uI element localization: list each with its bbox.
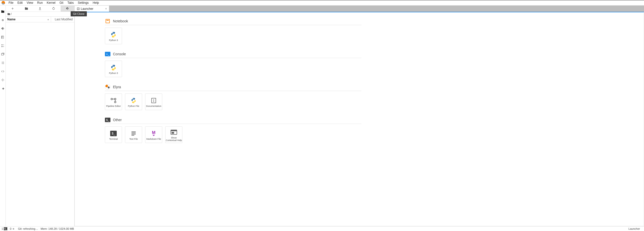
file-list-header: Name ▲ Last Modified <box>6 17 74 22</box>
status-kernels[interactable]: 0 <box>10 227 15 230</box>
svg-point-24 <box>13 228 14 229</box>
open-tabs-icon[interactable] <box>0 51 6 58</box>
property-inspector-icon[interactable] <box>0 17 6 24</box>
svg-point-5 <box>2 79 4 81</box>
doc-icon <box>150 97 157 104</box>
launcher-section-elyra: ElyraPipeline EditorPython FileDocumenta… <box>105 84 361 110</box>
launcher-tab-icon <box>77 7 80 10</box>
contextual-icon <box>170 129 177 136</box>
svg-point-2 <box>2 44 3 45</box>
text-icon <box>130 130 137 137</box>
status-git[interactable]: Git: refreshing… <box>18 227 38 230</box>
toc-icon[interactable] <box>0 59 6 66</box>
status-mode: Launcher <box>628 227 640 230</box>
launcher-section-console: >_ConsolePython 3 <box>105 51 361 77</box>
activity-bar <box>0 6 6 226</box>
notebook-section-icon <box>105 18 110 24</box>
menu-bar: FileEditViewRunKernelGitTabsSettingsHelp <box>0 0 644 6</box>
menu-file[interactable]: File <box>7 1 15 5</box>
new-folder-button[interactable] <box>19 6 33 12</box>
card-label: Python 3 <box>109 39 118 42</box>
column-modified[interactable]: Last Modified <box>51 17 74 22</box>
launcher-section-notebook: NotebookPython 3 <box>105 18 361 44</box>
notebook-tools-icon[interactable] <box>0 34 6 41</box>
card-label: Python 3 <box>109 72 118 75</box>
file-list[interactable] <box>6 22 74 226</box>
card-label: Pipeline Editor <box>106 105 121 108</box>
extension-manager-icon[interactable] <box>0 85 6 92</box>
card-label: Markdown File <box>146 138 161 141</box>
menu-kernel[interactable]: Kernel <box>45 1 58 5</box>
svg-rect-22 <box>172 132 174 134</box>
launcher-card-markdown-file[interactable]: MMarkdown File <box>145 126 162 143</box>
notebook-section-title: Notebook <box>113 19 128 23</box>
sort-ascending-icon: ▲ <box>47 18 49 21</box>
menu-git[interactable]: Git <box>58 1 65 5</box>
svg-point-17 <box>153 99 154 100</box>
filebrowser-tab-icon[interactable] <box>0 8 6 15</box>
launcher-card-text-file[interactable]: Text File <box>125 126 142 143</box>
svg-point-1 <box>3 20 3 20</box>
launcher-card-documentation[interactable]: Documentation <box>145 94 162 110</box>
menu-tabs[interactable]: Tabs <box>65 1 76 5</box>
card-label: Text File <box>129 138 138 141</box>
code-snippets-icon[interactable] <box>0 68 6 75</box>
status-terminals[interactable]: 1 $_ <box>2 227 7 230</box>
pythonfile-icon <box>130 97 137 104</box>
card-label: Show Contextual Help <box>166 137 182 142</box>
python-icon <box>110 31 117 38</box>
card-label: Documentation <box>146 105 162 108</box>
python-icon <box>110 64 117 71</box>
menu-settings[interactable]: Settings <box>76 1 91 5</box>
terminal-icon: $_ <box>110 130 117 137</box>
svg-point-15 <box>114 101 116 103</box>
launcher-card-python-3[interactable]: Python 3 <box>105 28 122 44</box>
svg-point-3 <box>2 46 3 47</box>
pipeline-components-icon[interactable] <box>0 76 6 83</box>
other-section-icon: $_ <box>105 117 110 123</box>
console-section-title: Console <box>113 52 126 56</box>
menu-run[interactable]: Run <box>35 1 45 5</box>
tab-launcher[interactable]: Launcher × <box>74 6 109 12</box>
svg-rect-11 <box>106 19 110 23</box>
menu-edit[interactable]: Edit <box>15 1 25 5</box>
svg-rect-4 <box>2 54 4 55</box>
elyra-section-title: Elyra <box>113 85 121 89</box>
breadcrumb[interactable]: / <box>6 12 74 17</box>
svg-rect-18 <box>153 100 154 102</box>
tab-title: Launcher <box>81 7 93 11</box>
console-section-icon: >_ <box>105 51 110 57</box>
markdown-icon: M <box>150 130 157 137</box>
status-bar: 1 $_ 0 Git: refreshing… Mem: 148.28 / 10… <box>0 226 644 231</box>
breadcrumb-path: / <box>11 12 12 16</box>
other-section-title: Other <box>113 118 122 122</box>
launcher-body: NotebookPython 3>_ConsolePython 3ElyraPi… <box>74 12 644 226</box>
menu-help[interactable]: Help <box>91 1 101 5</box>
launcher-card-pipeline-editor[interactable]: Pipeline Editor <box>105 94 122 110</box>
launcher-card-terminal[interactable]: $_Terminal <box>105 126 122 143</box>
svg-point-9 <box>4 80 4 80</box>
git-clone-button[interactable] <box>61 6 74 12</box>
launcher-card-show-contextual-help[interactable]: Show Contextual Help <box>165 126 182 143</box>
pipeline-icon <box>110 97 117 104</box>
jupyter-logo-icon <box>2 1 5 5</box>
launcher-card-python-3[interactable]: Python 3 <box>105 61 122 77</box>
launcher-card-python-file[interactable]: Python File <box>125 94 142 110</box>
card-label: Terminal <box>109 138 118 141</box>
svg-point-8 <box>1 80 2 80</box>
file-browser-panel: Git Clone / Name ▲ Last Modified <box>6 6 74 226</box>
running-kernels-icon[interactable] <box>0 42 6 49</box>
git-tab-icon[interactable] <box>0 25 6 32</box>
upload-button[interactable] <box>33 6 47 12</box>
menu-view[interactable]: View <box>25 1 35 5</box>
svg-rect-10 <box>77 8 79 10</box>
tab-close-icon[interactable]: × <box>102 7 107 11</box>
column-name[interactable]: Name ▲ <box>6 17 51 22</box>
svg-text:M: M <box>152 130 155 135</box>
refresh-button[interactable] <box>47 6 60 12</box>
status-memory[interactable]: Mem: 148.28 / 1024.00 MB <box>41 227 74 230</box>
launcher-section-other: $_Other$_TerminalText FileMMarkdown File… <box>105 117 361 143</box>
svg-point-7 <box>3 81 3 81</box>
svg-rect-21 <box>171 130 177 131</box>
new-launcher-button[interactable] <box>6 6 19 12</box>
